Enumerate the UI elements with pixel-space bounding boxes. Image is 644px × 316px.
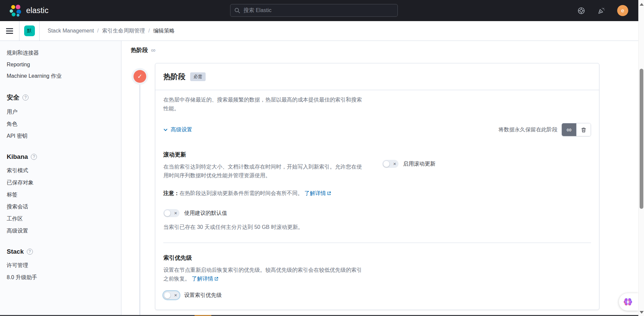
rollover-heading: 滚动更新 — [163, 151, 591, 159]
keep-data-label: 将数据永久保留在此阶段 — [498, 126, 557, 133]
section-divider — [163, 243, 591, 243]
retention-button-group: ∞ — [561, 123, 591, 136]
sidebar-group-header: Kibana? — [7, 153, 118, 161]
set-index-priority-label: 设置索引优先级 — [184, 292, 222, 299]
breadcrumb-item[interactable]: Stack Management — [48, 28, 94, 34]
breadcrumb: Stack Management / 索引生命周期管理 / 编辑策略 — [48, 27, 175, 35]
sidebar-nav: 规则和连接器ReportingMachine Learning 作业安全?用户角… — [0, 41, 121, 315]
panel-title: 热阶段 — [163, 72, 185, 82]
sidebar-item[interactable]: 已保存对象 — [7, 179, 118, 186]
recommended-defaults-label: 使用建议的默认值 — [184, 210, 227, 217]
news-feed-button[interactable] — [597, 6, 606, 15]
trash-icon — [581, 127, 586, 133]
breadcrumb-separator: / — [97, 28, 99, 34]
phase-description: 在热层中存储最近的、搜索最频繁的数据，热层以最高的成本提供最佳的索引和搜索性能。 — [163, 96, 362, 113]
app-header: elastic — [0, 0, 638, 21]
required-badge: 必需 — [190, 72, 206, 81]
help-menu-button[interactable] — [577, 6, 586, 15]
scrollbar-thumb[interactable] — [640, 69, 643, 209]
vertical-scrollbar — [638, 0, 644, 316]
sidebar-item[interactable]: 工作区 — [7, 215, 118, 223]
help-icon[interactable]: ? — [31, 154, 37, 160]
space-selector: 默 — [19, 21, 40, 41]
sidebar-item[interactable]: Reporting — [7, 62, 118, 68]
enable-rollover-label: 启用滚动更新 — [403, 161, 435, 168]
rollover-note: 注意：在热阶段达到滚动更新条件所需的时间会有所不同。 了解详情 — [163, 189, 591, 198]
switch-off-icon: × — [174, 291, 177, 299]
space-badge[interactable]: 默 — [24, 25, 35, 36]
hot-phase-heading-text: 热阶段 — [131, 46, 148, 54]
advanced-settings-row: 高级设置 将数据永久保留在此阶段 ∞ — [163, 123, 591, 136]
help-icon[interactable]: ? — [22, 94, 29, 101]
sidebar-item[interactable]: 角色 — [7, 121, 118, 128]
elastic-logo[interactable]: elastic — [9, 4, 49, 17]
search-icon — [234, 8, 240, 13]
breadcrumb-item[interactable]: 索引生命周期管理 — [102, 27, 145, 35]
elastic-logo-icon — [9, 4, 22, 17]
brain-icon — [623, 297, 633, 307]
help-icon[interactable]: ? — [27, 249, 33, 255]
life-ring-icon — [577, 7, 585, 15]
sidebar-item[interactable]: 标签 — [7, 191, 118, 198]
note-label: 注意： — [163, 190, 179, 196]
global-search[interactable] — [230, 4, 398, 17]
enable-rollover-row: × 启用滚动更新 — [382, 160, 435, 168]
sidebar-item[interactable]: 索引模式 — [7, 167, 118, 174]
sidebar-item[interactable]: 用户 — [7, 109, 118, 116]
external-link-icon — [214, 277, 218, 281]
rollover-description: 在当前索引达到特定大小、文档计数或存在时间时，开始写入到新索引。允许您在使用时间… — [163, 163, 362, 180]
sidebar-group-header: Stack? — [7, 248, 118, 255]
sidebar-item[interactable]: 8.0 升级助手 — [7, 274, 118, 281]
panel-body: 在热层中存储最近的、搜索最频繁的数据，热层以最高的成本提供最佳的索引和搜索性能。… — [155, 96, 599, 311]
index-priority-heading: 索引优先级 — [163, 254, 591, 262]
main-content: 热阶段 ∞ ✓ 热阶段 必需 在热层中存储最近的、搜索最频繁的数据，热层以最高的… — [121, 41, 638, 315]
chevron-down-icon — [163, 128, 168, 132]
sidebar-item[interactable]: 许可管理 — [7, 262, 118, 269]
sidebar-item[interactable]: 规则和连接器 — [7, 50, 118, 57]
sidebar-item[interactable]: Machine Learning 作业 — [7, 73, 118, 80]
breadcrumb-bar: 默 Stack Management / 索引生命周期管理 / 编辑策略 — [0, 21, 638, 41]
enable-rollover-switch[interactable]: × — [382, 160, 398, 168]
party-popper-icon — [597, 7, 605, 15]
data-retention-control: 将数据永久保留在此阶段 ∞ — [498, 123, 591, 136]
switch-knob — [164, 292, 171, 299]
recommended-defaults-switch[interactable]: × — [163, 209, 179, 217]
delete-phase-button[interactable] — [576, 123, 591, 136]
check-icon: ✓ — [137, 73, 142, 80]
hot-phase-check-icon: ✓ — [133, 70, 146, 83]
phase-timeline-line — [140, 84, 140, 315]
menu-toggle-button[interactable] — [0, 21, 19, 41]
set-index-priority-switch[interactable]: × — [163, 291, 179, 299]
hot-phase-panel: 热阶段 必需 在热层中存储最近的、搜索最频繁的数据，热层以最高的成本提供最佳的索… — [155, 63, 599, 310]
defaults-hint: 当索引已存在 30 天或任何主分片达到 50 GB 时滚动更新。 — [163, 223, 591, 231]
advanced-settings-label: 高级设置 — [171, 126, 192, 133]
sidebar-item[interactable]: 搜索会话 — [7, 203, 118, 210]
infinity-icon: ∞ — [567, 126, 572, 134]
sidebar-item[interactable]: 高级设置 — [7, 228, 118, 235]
recommended-defaults-row: × 使用建议的默认值 — [163, 209, 591, 217]
keep-forever-button[interactable]: ∞ — [562, 123, 576, 136]
user-avatar[interactable]: e — [617, 5, 628, 16]
hot-phase-section-heading: 热阶段 ∞ — [131, 46, 156, 54]
scroll-up-arrow[interactable] — [640, 3, 644, 6]
search-input[interactable] — [244, 7, 393, 13]
rollover-learn-more-link[interactable]: 了解详情 — [304, 190, 326, 196]
switch-off-icon: × — [174, 209, 177, 217]
external-link-icon — [327, 191, 331, 195]
sidebar-item[interactable]: API 密钥 — [7, 133, 118, 140]
note-text: 在热阶段达到滚动更新条件所需的时间会有所不同。 — [179, 190, 303, 196]
breadcrumb-separator: / — [148, 28, 150, 34]
scroll-down-arrow[interactable] — [640, 311, 644, 314]
infinity-icon: ∞ — [151, 47, 156, 54]
sidebar-group-title: Stack — [7, 248, 24, 255]
advanced-settings-toggle[interactable]: 高级设置 — [163, 126, 192, 133]
panel-header: 热阶段 必需 — [155, 63, 599, 90]
switch-knob — [164, 210, 171, 216]
sidebar-group-title: Kibana — [7, 153, 28, 161]
switch-off-icon: × — [393, 160, 396, 168]
priority-learn-more-link[interactable]: 了解详情 — [192, 276, 213, 281]
assistant-fab[interactable] — [619, 293, 638, 311]
set-index-priority-row: × 设置索引优先级 — [163, 291, 591, 299]
sidebar-group-title: 安全 — [7, 93, 19, 102]
switch-knob — [383, 161, 390, 167]
